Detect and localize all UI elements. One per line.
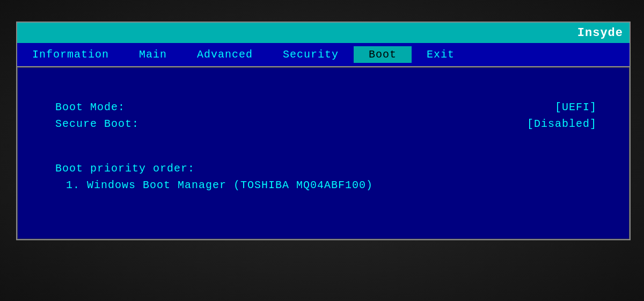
menu-item-exit[interactable]: Exit bbox=[412, 46, 470, 63]
menu-bar: Information Main Advanced Security Boot … bbox=[17, 43, 630, 67]
boot-mode-value[interactable]: [UEFI] bbox=[555, 101, 597, 113]
boot-mode-row: Boot Mode: [UEFI] bbox=[55, 99, 597, 116]
secure-boot-value[interactable]: [Disabled] bbox=[527, 118, 597, 130]
menu-item-boot[interactable]: Boot bbox=[354, 46, 412, 63]
boot-mode-label: Boot Mode: bbox=[55, 101, 125, 113]
boot-priority-title: Boot priority order: bbox=[55, 160, 597, 177]
screen-bezel: Insyde Information Main Advanced Securit… bbox=[0, 0, 644, 301]
menu-item-security[interactable]: Security bbox=[268, 46, 354, 63]
menu-item-main[interactable]: Main bbox=[124, 46, 182, 63]
brand-label: Insyde bbox=[577, 26, 623, 40]
secure-boot-label: Secure Boot: bbox=[55, 118, 139, 130]
secure-boot-row: Secure Boot: [Disabled] bbox=[55, 116, 597, 132]
menu-item-information[interactable]: Information bbox=[17, 46, 124, 63]
top-strip: Insyde bbox=[17, 23, 630, 43]
content-area: Boot Mode: [UEFI] Secure Boot: [Disabled… bbox=[17, 67, 630, 239]
bios-window: Insyde Information Main Advanced Securit… bbox=[16, 22, 631, 240]
menu-item-advanced[interactable]: Advanced bbox=[182, 46, 268, 63]
boot-item-1[interactable]: 1. Windows Boot Manager (TOSHIBA MQ04ABF… bbox=[55, 177, 597, 194]
settings-grid: Boot Mode: [UEFI] Secure Boot: [Disabled… bbox=[55, 99, 597, 132]
